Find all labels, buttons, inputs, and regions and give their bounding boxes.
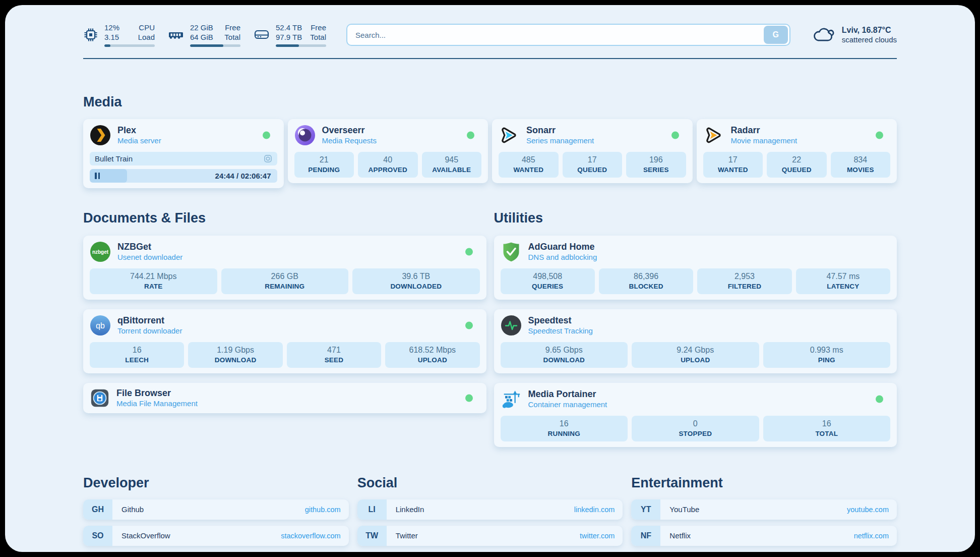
- service-subtitle: Torrent downloader: [117, 326, 182, 335]
- service-name: Media Portainer: [528, 389, 607, 400]
- service-name: Overseerr: [322, 125, 377, 136]
- weather-condition: scattered clouds: [842, 35, 897, 44]
- status-dot-online: [671, 131, 679, 139]
- service-card-portainer[interactable]: Media Portainer Container management 16 …: [494, 383, 897, 447]
- service-subtitle: Movie management: [731, 136, 798, 145]
- bookmark-url: netflix.com: [854, 532, 897, 540]
- bookmark-name: Github: [112, 505, 144, 514]
- stat-box: 9.65 Gbps DOWNLOAD: [501, 342, 628, 368]
- service-card-overseerr[interactable]: Overseerr Media Requests 21 PENDING 40 A…: [288, 119, 488, 183]
- section-title-media: Media: [83, 94, 897, 110]
- service-card-nzbget[interactable]: nzbget NZBGet Usenet downloader 744.21 M…: [83, 236, 486, 300]
- speedtest-icon: [501, 315, 522, 336]
- section-title-utilities: Utilities: [494, 210, 897, 226]
- ram-label-2: Total: [224, 33, 240, 42]
- bookmark-dev[interactable]: DT DEV dev.to: [83, 552, 349, 552]
- section-title-entertainment: Entertainment: [631, 475, 897, 491]
- now-playing-row: Bullet Train: [90, 152, 277, 165]
- bookmark-abbr: YT: [631, 499, 660, 520]
- bookmark-name: YouTube: [660, 505, 699, 514]
- weather-widget: Lviv, 16.87°C scattered clouds: [812, 26, 897, 44]
- cloud-icon: [812, 26, 836, 44]
- stat-box: 22 QUEUED: [767, 152, 827, 178]
- cpu-usage-value: 12%: [104, 23, 119, 33]
- service-subtitle: Usenet downloader: [117, 253, 182, 261]
- bookmark-linkedin[interactable]: LI LinkedIn linkedin.com: [357, 499, 623, 520]
- dashboard-panel: 12% 3.15 CPU Load: [5, 5, 975, 552]
- bookmark-twitter[interactable]: TW Twitter twitter.com: [357, 526, 623, 546]
- service-name: File Browser: [116, 388, 198, 399]
- disk-widget: 52.4 TB 97.9 TB Free Total: [254, 23, 326, 47]
- stat-box: 40 APPROVED: [358, 152, 418, 178]
- stat-box: 16 TOTAL: [763, 416, 891, 441]
- service-name: Radarr: [731, 125, 798, 136]
- status-dot-online: [876, 395, 883, 403]
- ram-widget: 22 GiB 64 GiB Free Total: [168, 23, 240, 47]
- stat-box: 9.24 Gbps UPLOAD: [632, 342, 759, 368]
- status-dot-online: [465, 248, 473, 255]
- stat-box: 485 WANTED: [499, 152, 559, 178]
- stat-box: 47.57 ms LATENCY: [796, 268, 890, 294]
- bookmark-stackoverflow[interactable]: SO StackOverflow stackoverflow.com: [83, 526, 349, 546]
- service-name: Speedtest: [528, 315, 593, 326]
- stat-box: 266 GB REMAINING: [221, 268, 349, 294]
- service-name: Plex: [117, 125, 161, 136]
- status-dot-online: [876, 131, 883, 139]
- hardware-stats: 12% 3.15 CPU Load: [83, 23, 326, 47]
- service-card-filebrowser[interactable]: File Browser Media File Management: [83, 383, 486, 413]
- bookmark-name: LinkedIn: [387, 505, 424, 514]
- ram-progress-bar: [190, 44, 240, 47]
- disk-icon: [254, 27, 270, 42]
- service-name: AdGuard Home: [528, 242, 597, 252]
- now-playing-title: Bullet Train: [95, 154, 264, 163]
- stat-box: 21 PENDING: [294, 152, 354, 178]
- service-subtitle: Speedtest Tracking: [528, 326, 593, 335]
- overseerr-icon: [294, 125, 316, 146]
- cpu-label-1: CPU: [138, 23, 155, 33]
- bookmark-name: Netflix: [660, 531, 691, 540]
- ram-label-1: Free: [224, 23, 240, 33]
- bookmark-url: stackoverflow.com: [281, 532, 348, 540]
- stat-box: 16 LEECH: [90, 342, 184, 368]
- stat-box: 0.993 ms PING: [763, 342, 891, 368]
- service-card-sonarr[interactable]: Sonarr Series management 485 WANTED 17 Q…: [492, 119, 693, 183]
- stat-box: 17 QUEUED: [563, 152, 623, 178]
- stat-box: 196 SERIES: [626, 152, 686, 178]
- bookmark-github[interactable]: GH Github github.com: [83, 499, 349, 520]
- bookmark-abbr: LI: [357, 499, 387, 520]
- stat-box: 2,953 FILTERED: [697, 268, 791, 294]
- bookmark-youtube[interactable]: YT YouTube youtube.com: [631, 499, 897, 520]
- service-card-qbittorrent[interactable]: qb qBittorrent Torrent downloader 16 LEE…: [83, 309, 486, 373]
- search-engine-button[interactable]: G: [764, 26, 788, 44]
- stat-box: 498,508 QUERIES: [501, 268, 595, 294]
- stat-box: 834 MOVIES: [831, 152, 891, 178]
- bookmark-url: twitter.com: [580, 532, 623, 540]
- service-subtitle: Container management: [528, 400, 607, 409]
- service-card-speedtest[interactable]: Speedtest Speedtest Tracking 9.65 Gbps D…: [494, 309, 897, 373]
- cpu-widget: 12% 3.15 CPU Load: [83, 23, 155, 47]
- bookmark-reddit[interactable]: RE Reddit reddit.com: [631, 552, 897, 552]
- section-title-developer: Developer: [83, 475, 349, 491]
- service-card-radarr[interactable]: Radarr Movie management 17 WANTED 22 QUE…: [697, 119, 897, 183]
- service-card-adguard[interactable]: AdGuard Home DNS and adblocking 498,508 …: [494, 236, 897, 300]
- cpu-icon: [83, 27, 98, 42]
- search-input[interactable]: [347, 31, 764, 39]
- bookmark-name: Twitter: [387, 531, 418, 540]
- stat-box: 744.21 Mbps RATE: [90, 268, 217, 294]
- disk-total-value: 97.9 TB: [276, 33, 302, 42]
- section-title-documents: Documents & Files: [83, 210, 486, 226]
- service-subtitle: Series management: [526, 136, 594, 145]
- cpu-load-value: 3.15: [104, 33, 119, 42]
- bookmark-url: youtube.com: [847, 506, 897, 514]
- playback-time: 24:44 / 02:06:47: [215, 172, 277, 180]
- bookmark-abbr: TW: [357, 526, 387, 546]
- nzbget-icon: nzbget: [90, 241, 111, 262]
- disk-label-2: Total: [310, 33, 326, 42]
- bookmark-netflix[interactable]: NF Netflix netflix.com: [631, 526, 897, 546]
- stat-box: 86,396 BLOCKED: [599, 268, 693, 294]
- stat-box: 618.52 Mbps UPLOAD: [385, 342, 479, 368]
- portainer-icon: [501, 388, 522, 410]
- cpu-progress-bar: [104, 44, 155, 47]
- service-card-plex[interactable]: Plex Media server Bullet Train 24:44 / 0: [83, 119, 284, 188]
- header-divider: [83, 58, 897, 59]
